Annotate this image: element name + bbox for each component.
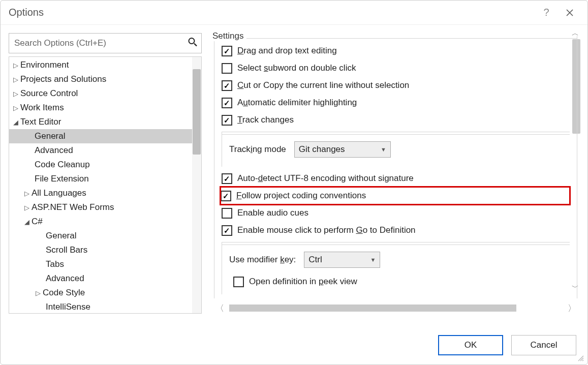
hscroll-thumb[interactable] — [229, 305, 516, 312]
tree-item-label: General — [46, 231, 76, 241]
select-subword-row[interactable]: Select subword on double click — [222, 59, 570, 77]
resize-grip-icon[interactable] — [577, 354, 584, 361]
tree-expanded-icon: ◢ — [12, 118, 19, 126]
tree-item-label: General — [35, 131, 65, 141]
drag-drop-label: Drag and drop text editing — [237, 46, 337, 56]
tree-item[interactable]: IntelliSense — [9, 300, 201, 313]
enable-audio-checkbox[interactable] — [222, 208, 232, 219]
tree-collapsed-icon: ▷ — [12, 62, 19, 69]
settings-legend: Settings — [212, 31, 246, 41]
tree-item-label: ASP.NET Web Forms — [32, 202, 114, 212]
follow-conventions-row[interactable]: Follow project coding conventions — [221, 187, 570, 204]
enable-gotodef-row[interactable]: Enable mouse click to perform Go to Defi… — [222, 222, 570, 239]
search-input[interactable] — [9, 33, 202, 53]
auto-detect-checkbox[interactable] — [222, 173, 232, 184]
auto-delim-label: Automatic delimiter highlighting — [237, 98, 357, 108]
drag-drop-row[interactable]: Drag and drop text editing — [222, 42, 570, 59]
enable-gotodef-checkbox[interactable] — [222, 225, 232, 236]
close-icon — [566, 9, 573, 16]
auto-detect-label: Auto-detect UTF-8 encoding without signa… — [237, 173, 414, 184]
tree-item-label: Code Style — [43, 288, 85, 298]
ok-button[interactable]: OK — [438, 335, 503, 355]
tree-item[interactable]: ▷Source Control — [9, 86, 201, 101]
tree-item-label: Text Editor — [20, 117, 61, 127]
scroll-left-icon[interactable]: 〈 — [214, 302, 225, 314]
tree-scroll-thumb[interactable] — [193, 69, 201, 155]
dialog-title: Options — [9, 7, 44, 18]
cut-copy-row[interactable]: Cut or Copy the current line without sel… — [222, 77, 570, 94]
tree-collapsed-icon: ▷ — [23, 190, 30, 197]
tree-item[interactable]: ◢C# — [9, 215, 201, 229]
scroll-right-icon[interactable]: 〉 — [566, 302, 577, 314]
track-changes-checkbox[interactable] — [222, 115, 232, 126]
modifier-key-combo[interactable]: Ctrl▼ — [304, 252, 380, 268]
tree-item[interactable]: ▷Work Items — [9, 101, 201, 115]
auto-delim-row[interactable]: Automatic delimiter highlighting — [222, 94, 570, 111]
tree-item[interactable]: General — [9, 129, 201, 143]
options-tree[interactable]: ▷Environment▷Projects and Solutions▷Sour… — [9, 57, 201, 313]
enable-audio-label: Enable audio cues — [237, 208, 308, 218]
tree-item-label: File Extension — [35, 174, 89, 184]
tree-item[interactable]: ▷ASP.NET Web Forms — [9, 200, 201, 215]
tree-item[interactable]: ◢Text Editor — [9, 115, 201, 129]
tree-item[interactable]: Scroll Bars — [9, 243, 201, 257]
cut-copy-label: Cut or Copy the current line without sel… — [237, 80, 409, 90]
tree-item[interactable]: General — [9, 229, 201, 243]
enable-gotodef-label: Enable mouse click to perform Go to Defi… — [237, 225, 416, 235]
chevron-down-icon: ▼ — [370, 257, 376, 263]
auto-detect-row[interactable]: Auto-detect UTF-8 encoding without signa… — [222, 170, 570, 187]
modifier-key-label: Use modifier key: — [229, 255, 296, 265]
cancel-button[interactable]: Cancel — [511, 335, 576, 355]
tree-item[interactable]: ▷Code Style — [9, 286, 201, 300]
open-peek-row[interactable]: Open definition in peek view — [233, 273, 563, 290]
svg-point-0 — [189, 38, 195, 44]
tree-collapsed-icon: ▷ — [12, 90, 19, 98]
content-hscrollbar[interactable]: 〈 〉 — [214, 302, 577, 314]
auto-delim-checkbox[interactable] — [222, 98, 232, 108]
follow-conventions-label: Follow project coding conventions — [236, 191, 366, 201]
tree-item[interactable]: Advanced — [9, 143, 201, 158]
tree-item-label: Tabs — [46, 259, 64, 269]
tree-collapsed-icon: ▷ — [23, 204, 30, 211]
tree-item-label: Code Cleanup — [35, 160, 90, 170]
tree-item[interactable]: Tabs — [9, 257, 201, 271]
tree-item-label: Source Control — [20, 88, 78, 99]
tree-scrollbar[interactable] — [192, 57, 201, 313]
tracking-mode-combo[interactable]: Git changes▼ — [294, 141, 391, 158]
tree-item-label: Advanced — [35, 145, 73, 156]
tree-item-label: IntelliSense — [46, 302, 90, 312]
tree-item[interactable]: ▷All Languages — [9, 186, 201, 200]
drag-drop-checkbox[interactable] — [222, 46, 232, 56]
tree-item-label: Work Items — [20, 103, 64, 113]
tree-item[interactable]: Code Cleanup — [9, 158, 201, 172]
tree-item[interactable]: File Extension — [9, 172, 201, 186]
close-button[interactable] — [558, 1, 581, 24]
tree-item-label: Projects and Solutions — [20, 74, 106, 84]
tree-item[interactable]: Advanced — [9, 271, 201, 286]
chevron-down-icon: ▼ — [381, 146, 386, 153]
follow-conventions-checkbox[interactable] — [221, 191, 231, 201]
select-subword-label: Select subword on double click — [237, 63, 356, 73]
track-changes-label: Track changes — [237, 115, 294, 125]
tree-item-label: Advanced — [46, 273, 84, 284]
tree-collapsed-icon: ▷ — [12, 104, 19, 112]
open-peek-label: Open definition in peek view — [249, 277, 357, 287]
tree-collapsed-icon: ▷ — [12, 76, 19, 83]
tree-item[interactable]: ▷Environment — [9, 58, 201, 72]
tree-collapsed-icon: ▷ — [35, 289, 42, 297]
tree-expanded-icon: ◢ — [23, 218, 30, 226]
tree-item-label: C# — [32, 217, 43, 227]
select-subword-checkbox[interactable] — [222, 63, 232, 74]
tree-item[interactable]: ▷Projects and Solutions — [9, 72, 201, 86]
cut-copy-checkbox[interactable] — [222, 80, 232, 91]
tree-item-label: Environment — [20, 60, 69, 70]
help-button[interactable]: ? — [535, 1, 558, 24]
enable-audio-row[interactable]: Enable audio cues — [222, 204, 570, 222]
track-changes-row[interactable]: Track changes — [222, 111, 570, 129]
open-peek-checkbox[interactable] — [233, 277, 244, 287]
tree-item-label: All Languages — [32, 188, 86, 198]
tracking-mode-label: Tracking mode — [229, 144, 286, 155]
tree-item-label: Scroll Bars — [46, 245, 87, 255]
search-icon[interactable] — [188, 37, 198, 50]
